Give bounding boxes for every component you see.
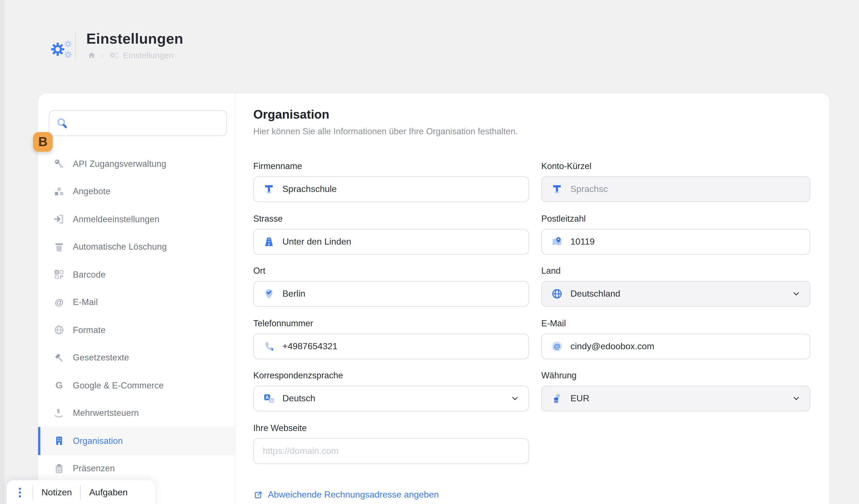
- land-select[interactable]: Deutschland: [541, 281, 810, 307]
- sidebar-item-label: Barcode: [73, 270, 106, 280]
- svg-text:G: G: [56, 380, 63, 390]
- korrespondenzsprache-select[interactable]: AaDeutsch: [253, 385, 529, 411]
- konto-kuerzel-label: Konto-Kürzel: [541, 161, 810, 172]
- key-icon: [53, 158, 65, 170]
- email-input[interactable]: @cindy@edoobox.com: [541, 333, 810, 359]
- notes-tasks-widget: Notizen Aufgaben: [7, 480, 155, 504]
- svg-text:A: A: [265, 395, 269, 400]
- field-firmenname: FirmennameSprachschule: [253, 161, 529, 202]
- land-label: Land: [541, 266, 810, 277]
- search-input[interactable]: [74, 118, 220, 128]
- korrespondenzsprache-label: Korrespondenzsprache: [253, 371, 529, 381]
- field-land: LandDeutschland: [541, 266, 810, 307]
- settings-sidebar: API ZugangsverwaltungAngeboteAnmeldeeins…: [38, 93, 235, 504]
- sidebar-item-gesetzestexte[interactable]: Gesetzestexte: [38, 344, 235, 372]
- konto-kuerzel-input[interactable]: Sprachsc: [541, 176, 810, 202]
- chevron-down-icon: [511, 394, 519, 403]
- settings-nav: API ZugangsverwaltungAngeboteAnmeldeeins…: [38, 150, 235, 483]
- gavel-icon: [53, 352, 65, 364]
- waehrung-label: Währung: [541, 371, 810, 381]
- telefonnummer-input[interactable]: +4987654321: [253, 333, 529, 359]
- sidebar-item-label: Google & E-Commerce: [73, 381, 164, 391]
- settings-card: API ZugangsverwaltungAngeboteAnmeldeeins…: [38, 93, 829, 504]
- postleitzahl-label: Postleitzahl: [541, 214, 810, 224]
- firmenname-value: Sprachschule: [282, 184, 337, 194]
- sidebar-item-e-mail[interactable]: @E-Mail: [38, 288, 235, 316]
- postleitzahl-input[interactable]: 10119: [541, 229, 810, 254]
- field-webseite: Ihre Webseitehttps://domain.com: [253, 423, 529, 464]
- email-label: E-Mail: [541, 318, 810, 329]
- waehrung-select[interactable]: EUR: [541, 385, 810, 411]
- webseite-value: https://domain.com: [263, 446, 338, 456]
- postleitzahl-value: 10119: [570, 236, 595, 247]
- section-subtitle: Hier können Sie alle Informationen über …: [253, 126, 518, 137]
- tab-aufgaben[interactable]: Aufgaben: [89, 488, 128, 498]
- telefonnummer-label: Telefonnummer: [253, 318, 529, 329]
- organisation-form: FirmennameSprachschuleKonto-KürzelSprach…: [253, 161, 810, 475]
- sidebar-item-anmeldeeinstellungen[interactable]: Anmeldeeinstellungen: [38, 205, 235, 233]
- field-email: E-Mail@cindy@edoobox.com: [541, 318, 810, 359]
- sidebar-item-label: Formate: [73, 325, 106, 335]
- external-link-icon: [253, 490, 263, 500]
- sidebar-item-praesenzen[interactable]: Präsenzen: [38, 455, 235, 483]
- billing-address-link[interactable]: Abweichende Rechnungsadresse angeben: [253, 490, 439, 500]
- sidebar-item-mehrwertsteuern[interactable]: $Mehrwertsteuern: [38, 399, 235, 427]
- settings-page: Einstellungen › Einstellungen: [0, 0, 859, 504]
- settings-search: [49, 110, 227, 136]
- sidebar-item-label: E-Mail: [73, 298, 98, 308]
- ort-label: Ort: [253, 266, 529, 277]
- sidebar-item-google-e-commerce[interactable]: GGoogle & E-Commerce: [38, 372, 235, 399]
- field-strasse: StrasseUnter den Linden: [253, 214, 529, 254]
- chevron-down-icon: [792, 394, 801, 403]
- chevron-down-icon: [792, 289, 801, 298]
- translate-icon: Aa: [263, 392, 275, 405]
- tab-notizen[interactable]: Notizen: [42, 488, 72, 498]
- globe-icon: [53, 324, 65, 336]
- widget-divider: [32, 485, 33, 500]
- svg-text:@: @: [554, 342, 560, 350]
- clipboard-icon: [53, 463, 65, 475]
- sidebar-item-automatische-loeschung[interactable]: Automatische Löschung: [38, 233, 235, 261]
- google-g-icon: G: [53, 380, 65, 392]
- location-check-icon: [263, 288, 275, 300]
- breadcrumb-label[interactable]: Einstellungen: [123, 50, 174, 60]
- webseite-label: Ihre Webseite: [253, 423, 529, 434]
- firmenname-input[interactable]: Sprachschule: [253, 176, 529, 202]
- svg-text:$: $: [57, 408, 60, 414]
- ort-input[interactable]: Berlin: [253, 281, 529, 307]
- phone-icon: [263, 340, 275, 352]
- settings-gears-small-icon: [108, 50, 119, 60]
- home-icon[interactable]: [87, 51, 96, 60]
- firmenname-label: Firmenname: [253, 161, 529, 172]
- svg-text:@: @: [55, 297, 64, 307]
- sign-in-icon: [53, 214, 65, 225]
- billing-address-link-label: Abweichende Rechnungsadresse angeben: [268, 490, 439, 500]
- sidebar-item-label: Angebote: [73, 187, 110, 197]
- webseite-input[interactable]: https://domain.com: [253, 438, 529, 464]
- building-icon: [53, 435, 65, 447]
- field-ort: OrtBerlin: [253, 266, 529, 307]
- widget-divider: [80, 485, 81, 500]
- korrespondenzsprache-value: Deutsch: [282, 393, 315, 404]
- header-divider: [75, 31, 76, 62]
- email-value: cindy@edoobox.com: [570, 341, 654, 351]
- strasse-input[interactable]: Unter den Linden: [253, 229, 529, 254]
- coins-icon: [551, 392, 563, 405]
- sidebar-item-organisation[interactable]: Organisation: [38, 427, 235, 455]
- sidebar-item-label: API Zugangsverwaltung: [73, 159, 166, 169]
- land-value: Deutschland: [570, 289, 620, 299]
- sidebar-item-label: Mehrwertsteuern: [73, 408, 139, 419]
- page-title: Einstellungen: [86, 30, 183, 47]
- badge-b[interactable]: B: [33, 132, 53, 152]
- text-t-icon: [263, 183, 275, 195]
- sidebar-item-barcode[interactable]: Barcode: [38, 261, 235, 288]
- at-sign-icon: @: [53, 297, 65, 309]
- sidebar-item-label: Organisation: [73, 436, 123, 446]
- telefonnummer-value: +4987654321: [282, 341, 337, 351]
- trash-icon: [53, 241, 65, 253]
- sidebar-item-label: Automatische Löschung: [73, 242, 167, 252]
- sidebar-item-formate[interactable]: Formate: [38, 316, 235, 344]
- kebab-menu-icon[interactable]: [16, 486, 24, 499]
- sidebar-item-angebote[interactable]: Angebote: [38, 178, 235, 205]
- sidebar-item-api-zugangsverwaltung[interactable]: API Zugangsverwaltung: [38, 150, 235, 178]
